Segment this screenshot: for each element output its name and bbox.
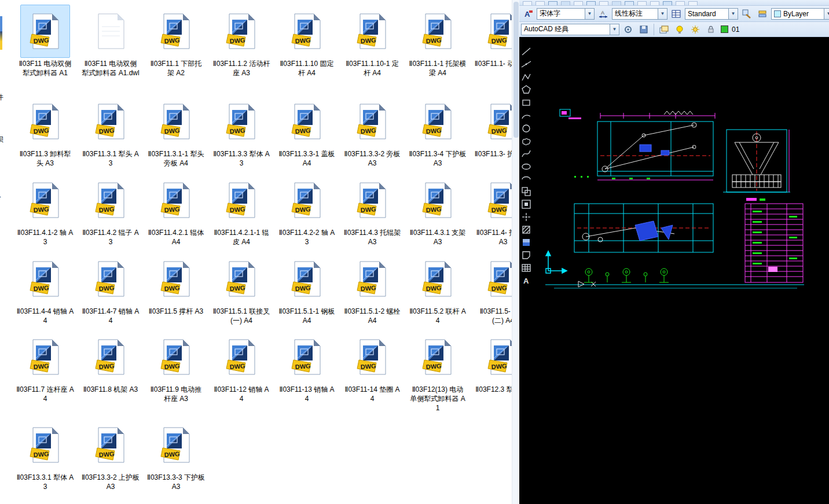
- chevron-down-icon[interactable]: ▼: [824, 9, 829, 19]
- layer-thaw-sun-icon[interactable]: [688, 23, 702, 36]
- file-item[interactable]: DWG Ⅱ03F11.1.10-1 定杆 A4: [340, 5, 405, 78]
- file-item[interactable]: DWG Ⅱ03F11.3.1-1 犁头旁板 A4: [144, 95, 209, 168]
- ellipse-tool-icon[interactable]: [520, 160, 532, 172]
- file-item[interactable]: DWG Ⅱ03F11.3.1 犁头 A3: [78, 95, 144, 168]
- workspace-settings-icon[interactable]: [621, 23, 635, 36]
- rectangle-tool-icon[interactable]: [520, 96, 532, 108]
- file-item[interactable]: DWG Ⅱ03F11.1 下部托架 A2: [144, 5, 209, 78]
- layer-lock-icon[interactable]: [704, 23, 718, 36]
- file-item[interactable]: DWG Ⅱ03F11.1.2 活动杆座 A3: [209, 5, 274, 78]
- clipped-toolbar-icon[interactable]: [650, 1, 659, 6]
- save-workspace-icon[interactable]: [637, 23, 651, 36]
- spline-tool-icon[interactable]: [520, 147, 532, 159]
- clipped-toolbar-icon[interactable]: [676, 1, 685, 6]
- file-item[interactable]: DWG Ⅱ03F11.3- 护板 A3: [471, 95, 512, 159]
- layer-properties-icon[interactable]: [657, 23, 671, 36]
- file-item[interactable]: DWG Ⅱ03F11.3.3-2 旁板 A3: [340, 95, 405, 168]
- file-item[interactable]: DWG Ⅱ03F13.3.1 犁体 A3: [13, 418, 78, 491]
- hatch-tool-icon[interactable]: [520, 223, 532, 236]
- clipped-toolbar-icon[interactable]: [637, 1, 647, 6]
- layer-color-swatch[interactable]: [721, 25, 728, 33]
- file-item[interactable]: DWG Ⅱ03F11 电动双侧犁式卸料器 A1: [13, 5, 78, 78]
- file-item[interactable]: DWG Ⅱ03F11.9 电动推杆座 A3: [144, 330, 209, 403]
- file-item[interactable]: DWG Ⅱ03F11.3.3-1 盖板 A4: [274, 95, 340, 168]
- file-item[interactable]: DWG Ⅱ03F12.3 犁头 A3: [471, 330, 512, 394]
- file-item[interactable]: DWG Ⅱ03F11.4.2 辊子 A3: [78, 174, 144, 247]
- text-style-combo[interactable]: 宋体字 ▼: [537, 8, 595, 20]
- file-item[interactable]: DWG Ⅱ03F11.5- 接叉(二) A4: [471, 252, 512, 325]
- file-item[interactable]: DWG Ⅱ03F11.4.1-2 轴 A3: [13, 174, 78, 247]
- circle-tool-icon[interactable]: [520, 122, 532, 134]
- gradient-tool-icon[interactable]: [520, 236, 532, 248]
- file-item[interactable]: DWG Ⅱ03F11.5.1-1 钢板 A4: [274, 252, 340, 325]
- table-style-combo[interactable]: Standard ▼: [685, 8, 738, 20]
- table-tool-icon[interactable]: [520, 262, 532, 274]
- file-item[interactable]: DWG Ⅱ03F11.4.3 托辊架 A3: [340, 174, 405, 247]
- clipped-toolbar-icon[interactable]: [561, 1, 570, 6]
- clipped-toolbar-icon[interactable]: [523, 1, 532, 6]
- clipped-toolbar-icon[interactable]: [599, 1, 608, 6]
- polyline-tool-icon[interactable]: [520, 71, 532, 83]
- file-item[interactable]: DWG Ⅱ03F11.4.2-2 轴 A3: [274, 174, 340, 247]
- make-block-tool-icon[interactable]: [520, 198, 532, 210]
- chevron-down-icon[interactable]: ▼: [658, 9, 667, 19]
- polygon-tool-icon[interactable]: [520, 83, 532, 95]
- file-item[interactable]: DWG Ⅱ03F11.1.10 固定杆 A4: [274, 5, 340, 78]
- clipped-toolbar-icon[interactable]: [663, 1, 672, 6]
- file-item[interactable]: DWG Ⅱ03F11.5 撑杆 A3: [144, 252, 209, 316]
- insert-block-tool-icon[interactable]: [520, 185, 532, 197]
- chevron-down-icon[interactable]: ▼: [728, 9, 738, 19]
- file-item[interactable]: DWG Ⅱ03F11.5.1 联接叉(一) A4: [209, 252, 274, 325]
- file-item[interactable]: DWG Ⅱ03F11.8 机架 A3: [78, 330, 144, 394]
- file-item[interactable]: DWG Ⅱ03F12(13) 电动单侧犁式卸料器 A1: [405, 330, 471, 413]
- construction-line-tool-icon[interactable]: [520, 58, 532, 70]
- file-item[interactable]: DWG Ⅱ03F11-13 销轴 A4: [274, 330, 340, 403]
- file-item[interactable]: DWG Ⅱ03F13.3-2 上护板 A3: [78, 418, 144, 491]
- layer-on-bulb-icon[interactable]: [673, 23, 687, 36]
- file-item[interactable]: DWG Ⅱ03F11.3 卸料犁头 A3: [13, 95, 78, 168]
- point-tool-icon[interactable]: [520, 211, 532, 223]
- layer-previous-icon[interactable]: [755, 7, 769, 21]
- file-item[interactable]: DWG Ⅱ03F11-12 销轴 A4: [209, 330, 274, 403]
- file-item[interactable]: DWG Ⅱ03F11.3.3 犁体 A3: [209, 95, 274, 168]
- file-item[interactable]: DWG Ⅱ03F11.4- 托辊座 A3: [471, 174, 512, 247]
- workspace-combo[interactable]: AutoCAD 经典 ▼: [521, 24, 619, 35]
- file-item[interactable]: DWG Ⅱ03F11-14 垫圈 A4: [340, 330, 405, 403]
- file-item[interactable]: DWG Ⅱ03F11.5.1-2 螺栓 A4: [340, 252, 405, 325]
- match-properties-icon[interactable]: [740, 7, 754, 21]
- file-item[interactable]: DWG Ⅱ03F11.4.3.1 支架 A3: [405, 174, 471, 247]
- table-style-icon[interactable]: [669, 7, 683, 21]
- chevron-down-icon[interactable]: ▼: [610, 24, 619, 35]
- file-item[interactable]: DWG Ⅱ03F11.7 连杆座 A4: [13, 330, 78, 403]
- color-control-combo[interactable]: ByLayer ▼: [771, 8, 829, 20]
- file-item[interactable]: DWG Ⅱ03F11.3-4 下护板 A3: [405, 95, 471, 168]
- clipped-toolbar-icon[interactable]: [625, 1, 634, 6]
- file-item[interactable]: DWG Ⅱ03F13.3-3 下护板 A3: [144, 418, 209, 491]
- line-tool-icon[interactable]: [520, 45, 532, 57]
- clipped-toolbar-icon[interactable]: [688, 1, 698, 6]
- clipped-toolbar-icon[interactable]: [612, 1, 621, 6]
- file-item[interactable]: Ⅱ03F11 电动双侧犁式卸料器 A1.dwl: [78, 5, 144, 78]
- dim-style-icon[interactable]: A: [596, 7, 610, 21]
- layer-name[interactable]: 01: [732, 25, 739, 34]
- clipped-toolbar-icon[interactable]: [535, 1, 545, 6]
- file-item[interactable]: DWG Ⅱ03F11.4-4 销轴 A4: [13, 252, 78, 325]
- multiline-text-tool-icon[interactable]: A: [520, 274, 532, 286]
- explorer-scrollbar[interactable]: [512, 0, 520, 504]
- file-item[interactable]: DWG Ⅱ03F11.1- 动杆 A4: [471, 5, 512, 68]
- clipped-toolbar-icon[interactable]: [574, 1, 583, 6]
- dim-style-combo[interactable]: 线性标注 ▼: [612, 8, 667, 20]
- chevron-down-icon[interactable]: ▼: [585, 9, 594, 19]
- file-item[interactable]: DWG Ⅱ03F11.4.2.1-1 辊皮 A4: [209, 174, 274, 247]
- scrollbar-thumb[interactable]: [513, 2, 519, 138]
- file-item[interactable]: DWG Ⅱ03F11.4-7 销轴 A4: [78, 252, 144, 325]
- file-item[interactable]: DWG Ⅱ03F11.5.2 联杆 A4: [405, 252, 471, 325]
- file-item[interactable]: DWG Ⅱ03F11.4.2.1 辊体 A4: [144, 174, 209, 247]
- file-item[interactable]: DWG Ⅱ03F11.1-1 托架横梁 A4: [405, 5, 471, 78]
- arc-tool-icon[interactable]: [520, 109, 532, 121]
- clipped-toolbar-icon[interactable]: [548, 1, 557, 6]
- region-tool-icon[interactable]: [520, 249, 532, 261]
- clipped-toolbar-icon[interactable]: [586, 1, 596, 6]
- revision-cloud-tool-icon[interactable]: [520, 134, 532, 146]
- text-style-icon[interactable]: A: [521, 7, 535, 21]
